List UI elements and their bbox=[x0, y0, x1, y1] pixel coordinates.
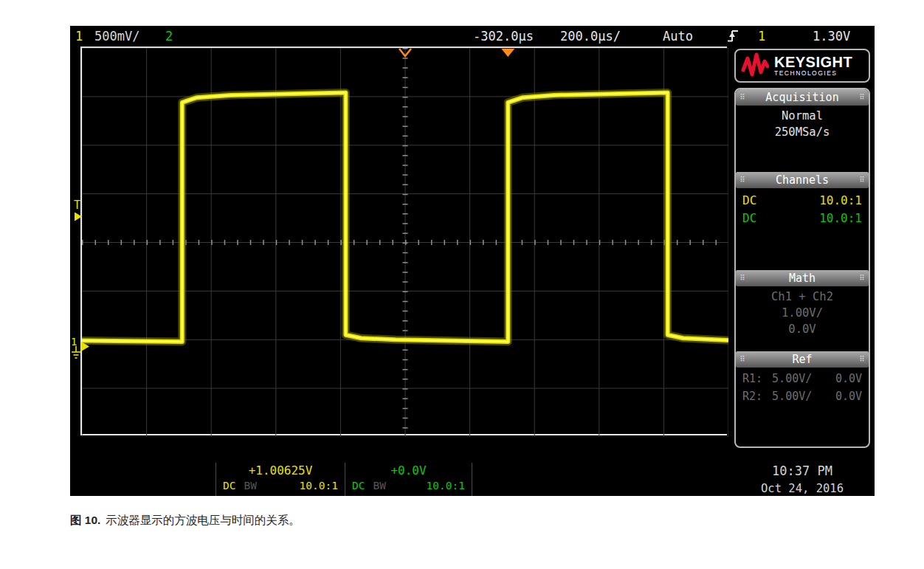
ref1-row: R1: 5.00V/ 0.0V bbox=[736, 370, 869, 387]
drag-grip-icon: ⠿ bbox=[736, 270, 749, 286]
ch1-settings-row: DC BW 10.0:1 bbox=[216, 479, 345, 494]
clock-time: 10:37 PM bbox=[734, 463, 870, 478]
ch1-probe-ratio: 10.0:1 bbox=[300, 479, 338, 494]
acquisition-mode: Normal bbox=[736, 108, 869, 124]
drag-grip-icon: ⠿ bbox=[855, 89, 869, 106]
sidebar-panel: ⠿ Acquisition ⠿ Normal 250MSa/s ⠿ Channe… bbox=[734, 88, 870, 448]
ref1-name: R1: bbox=[742, 370, 762, 387]
ref2-offset: 0.0V bbox=[835, 387, 862, 405]
drag-grip-icon: ⠿ bbox=[855, 351, 869, 368]
ref1-scale: 5.00V/ bbox=[772, 370, 812, 387]
drag-grip-icon: ⠿ bbox=[855, 270, 869, 286]
logo-sub-text: TECHNOLOGIES bbox=[774, 70, 852, 77]
figure-caption: 图 10.示波器显示的方波电压与时间的关系。 bbox=[70, 513, 300, 528]
ch2-offset-value: +0.0V bbox=[345, 463, 472, 479]
ch2-settings-row: DC BW 10.0:1 bbox=[345, 479, 472, 494]
trigger-source: 1 bbox=[758, 29, 765, 44]
caption-label: 图 10. bbox=[70, 514, 100, 526]
ch2-probe-ratio: 10.0:1 bbox=[427, 479, 465, 494]
ref2-row: R2: 5.00V/ 0.0V bbox=[736, 387, 869, 405]
trigger-level-arrow-icon bbox=[74, 212, 83, 221]
trigger-level-marker[interactable]: T bbox=[74, 200, 87, 221]
svg-text:1: 1 bbox=[71, 336, 77, 348]
ch1-ground-icon: 1 bbox=[70, 336, 91, 361]
section-header-ref[interactable]: ⠿ Ref ⠿ bbox=[736, 351, 869, 368]
keysight-spark-icon bbox=[741, 52, 769, 80]
ch1-coupling: DC bbox=[223, 479, 235, 494]
ch1-scale: 500mV/ bbox=[94, 29, 139, 44]
channels-title: Channels bbox=[749, 172, 855, 188]
ch1-number: 1 bbox=[75, 29, 83, 44]
ch2-info-box[interactable]: +0.0V DC BW 10.0:1 bbox=[345, 463, 472, 496]
ch2-bandwidth-limit: BW bbox=[373, 479, 385, 494]
math-title: Math bbox=[749, 270, 855, 286]
clock-date: Oct 24, 2016 bbox=[734, 482, 870, 495]
ref2-scale: 5.00V/ bbox=[772, 387, 812, 405]
section-header-channels[interactable]: ⠿ Channels ⠿ bbox=[736, 172, 869, 188]
ch1-ground-marker[interactable]: 1 bbox=[70, 336, 91, 364]
horizontal-scale: 200.0µs/ bbox=[560, 29, 621, 44]
ref-title: Ref bbox=[749, 351, 855, 368]
ch2-coupling: DC bbox=[352, 479, 365, 494]
waveform-display bbox=[80, 46, 727, 435]
trigger-level-value: 1.30V bbox=[813, 29, 850, 44]
drag-grip-icon: ⠿ bbox=[736, 172, 749, 188]
keysight-logo: KEYSIGHT TECHNOLOGIES bbox=[734, 49, 870, 83]
status-bar: 1 500mV/ 2 -302.0µs 200.0µs/ Auto 1 1.30… bbox=[70, 26, 875, 46]
ch1-info-box[interactable]: +1.00625V DC BW 10.0:1 bbox=[216, 463, 345, 496]
drag-grip-icon: ⠿ bbox=[736, 89, 749, 106]
section-header-math[interactable]: ⠿ Math ⠿ bbox=[736, 270, 869, 286]
ref2-name: R2: bbox=[742, 387, 762, 405]
logo-brand-text: KEYSIGHT bbox=[774, 55, 852, 69]
oscilloscope-screen: 1 500mV/ 2 -302.0µs 200.0µs/ Auto 1 1.30… bbox=[70, 26, 875, 496]
channel2-row: DC 10.0:1 bbox=[736, 210, 869, 227]
channel1-row: DC 10.0:1 bbox=[736, 192, 869, 210]
acquisition-sample-rate: 250MSa/s bbox=[736, 124, 869, 140]
acquisition-title: Acquisition bbox=[749, 89, 855, 106]
caption-text: 示波器显示的方波电压与时间的关系。 bbox=[106, 514, 300, 526]
ch1-bandwidth-limit: BW bbox=[244, 479, 256, 494]
ch2-number: 2 bbox=[165, 29, 173, 44]
math-expression: Ch1 + Ch2 bbox=[736, 289, 869, 305]
square-wave-trace bbox=[82, 48, 728, 437]
math-offset: 0.0V bbox=[736, 321, 869, 337]
section-header-acquisition[interactable]: ⠿ Acquisition ⠿ bbox=[736, 89, 869, 106]
ref1-offset: 0.0V bbox=[835, 370, 862, 387]
channel2-probe: 10.0:1 bbox=[819, 210, 862, 227]
math-scale: 1.00V/ bbox=[736, 305, 869, 321]
trigger-mode: Auto bbox=[663, 29, 693, 44]
trigger-level-letter: T bbox=[74, 200, 87, 211]
rising-edge-trigger-icon bbox=[727, 29, 739, 43]
drag-grip-icon: ⠿ bbox=[855, 172, 869, 188]
channel1-probe: 10.0:1 bbox=[819, 192, 862, 210]
horizontal-delay: -302.0µs bbox=[473, 29, 534, 44]
channel2-coupling: DC bbox=[742, 210, 756, 227]
ch1-offset-value: +1.00625V bbox=[216, 463, 345, 479]
drag-grip-icon: ⠿ bbox=[736, 351, 749, 368]
channel1-coupling: DC bbox=[742, 192, 756, 210]
